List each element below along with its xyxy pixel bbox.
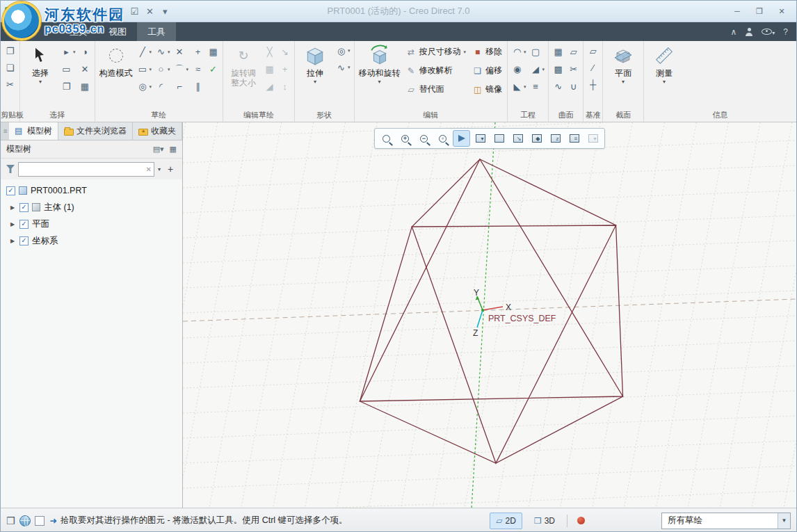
section-plane-button[interactable]: 平面▾ [606,43,641,86]
windows-icon[interactable]: ❐ [114,6,124,17]
delete-segment-icon[interactable]: ✕ [173,45,190,60]
tree-node-csys[interactable]: ▶ ✓ 坐标系 [1,232,182,249]
chamfer-sketch-icon[interactable]: ◢ [263,79,276,95]
tree-node-root[interactable]: ✓ PRT0001.PRT [1,182,182,199]
perspective-icon[interactable]: z [547,130,564,147]
point-tool-icon[interactable]: + [191,45,204,60]
draft-icon[interactable]: ◢ [529,62,546,77]
redo-icon[interactable]: ↷ [80,6,93,17]
notification-icon[interactable] [577,517,585,524]
deselect-icon[interactable]: ✕ [79,62,92,77]
saved-orientations-icon[interactable]: ▾ [472,130,489,147]
undo-icon[interactable]: ↶ [61,6,74,17]
tab-favorites[interactable]: 收藏夹 [133,122,182,140]
tab-folder-browser[interactable]: 文件夹浏览器 [58,122,133,140]
mode-3d-button[interactable]: ❒ 3D [528,513,561,529]
split-icon[interactable]: ╳ [263,45,276,60]
minimize-ribbon-icon[interactable]: ∧ [731,27,737,37]
combobox-caret-icon[interactable]: ▼ [778,513,790,529]
shell-icon[interactable]: ▢ [529,45,546,60]
chamfer-icon[interactable]: ◣ [510,79,527,95]
select-box-icon[interactable]: ▭ [60,62,77,77]
plane-select-icon[interactable] [35,516,45,526]
more-commands-icon[interactable]: ▾ [160,6,170,17]
flatten-icon[interactable]: ▱ [567,45,580,60]
rotate-resize-button[interactable]: ↻ 旋转调 整大小 [226,43,261,89]
thicken-tool-icon[interactable]: ∥ [191,79,204,95]
trim-icon[interactable]: ✂ [567,62,580,77]
zoom-in-icon[interactable]: + [396,130,414,147]
user-account-icon[interactable] [745,28,753,36]
sketch-palette-icon[interactable]: ▦ [207,45,220,60]
sketch-triangle-down[interactable] [412,225,615,463]
tree-search-box[interactable]: ✕ [18,162,154,177]
default-orientation-icon[interactable]: ↘ [509,130,526,147]
datum-axis-icon[interactable]: ⁄ [586,60,599,75]
selection-filter-combobox[interactable]: 所有草绘 ▼ [661,513,791,529]
zoom-window-icon[interactable] [378,130,395,147]
annotations-icon[interactable]: ≡ [565,130,583,147]
modify-analytic-button[interactable]: ✎修改解析 [404,62,469,79]
filter-icon[interactable] [6,165,15,173]
mode-2d-button[interactable]: ▱ 2D [490,513,522,529]
freestyle-icon[interactable]: ∿ [552,79,565,95]
tab-model-tree[interactable]: 模型树 [9,122,58,140]
expand-icon[interactable]: ▶ [10,221,16,227]
add-filter-button[interactable]: + [164,163,177,175]
panel-grip-icon[interactable]: ≡ [2,122,9,140]
tab-tools[interactable]: 工具 [137,22,176,41]
reorient-icon[interactable] [453,130,470,147]
search-options-icon[interactable]: ▾ [158,166,161,172]
merge-icon[interactable]: ∪ [567,79,580,95]
boundary-blend-icon[interactable]: ▦ [552,45,565,60]
expand-icon[interactable]: ▶ [10,238,16,244]
line-tool-icon[interactable]: ╱ [136,45,153,60]
expand-icon[interactable]: ▶ [10,204,16,211]
round-icon[interactable]: ◠ [510,45,527,60]
offset-edge-icon[interactable]: ≈ [191,62,204,77]
sketch-ok-icon[interactable]: ✓ [207,62,220,77]
hole-icon[interactable]: ◉ [510,62,527,77]
select-button[interactable]: 选择▾ [23,43,58,86]
sketch-spacer[interactable] [207,79,220,95]
model-select-icon[interactable]: ❒ [6,515,15,526]
tree-node-body[interactable]: ▶ ✓ 主体 (1) [1,199,182,216]
visibility-checkbox[interactable]: ✓ [19,220,29,229]
save-icon[interactable]: ▣ [46,6,56,17]
construction-mode-button[interactable]: 构造模式 [98,43,134,79]
extrude-button[interactable]: 拉伸▾ [298,43,332,86]
replace-face-button[interactable]: ▱替代面 [404,81,469,98]
clear-search-icon[interactable]: ✕ [146,166,152,173]
tree-display-options-icon[interactable]: ▤▾ [153,145,164,154]
cut-icon[interactable]: ✂ [3,76,17,92]
regenerate-icon[interactable]: ↻ [99,6,108,17]
visibility-checkbox[interactable]: ✓ [19,236,29,245]
visibility-checkbox[interactable]: ✓ [19,203,29,212]
datum-plane-icon[interactable]: ▱ [586,43,599,58]
fill-icon[interactable]: ▩ [552,62,565,77]
measure-button[interactable]: 测量▾ [647,43,682,86]
app-icon[interactable] [5,7,14,16]
offset-button[interactable]: ❏偏移 [470,62,504,79]
stretch-icon[interactable]: ↕ [278,79,291,95]
select-last-icon[interactable]: ❐ [60,79,77,95]
close-window-icon[interactable]: ✕ [145,6,154,17]
tab-home[interactable]: 主页 [59,22,98,41]
view-manager-icon[interactable]: ▾ [584,130,602,147]
select-all-icon[interactable]: ▦ [79,79,92,95]
tab-view[interactable]: 视图 [98,22,137,41]
tree-columns-icon[interactable]: ▦ [170,145,177,154]
copy-icon[interactable]: ❐ [3,43,17,58]
revolve-icon[interactable]: ◎ [335,43,351,58]
appearance-icon[interactable]: ◑ [79,45,92,60]
pattern-icon[interactable]: ▦ [263,62,276,77]
help-icon[interactable]: ? [783,27,788,37]
tree-node-planes[interactable]: ▶ ✓ 平面 [1,216,182,232]
tree-search-input[interactable] [19,163,154,176]
arc3-tool-icon[interactable]: ⌒ [173,62,190,77]
scale-icon[interactable]: ↘ [278,45,291,60]
sketch-hexagon[interactable] [360,159,622,463]
move-entity-icon[interactable]: + [278,62,291,77]
visibility-icon[interactable]: ▾ [762,27,775,37]
circle-tool-icon[interactable]: ◎ [136,79,153,95]
